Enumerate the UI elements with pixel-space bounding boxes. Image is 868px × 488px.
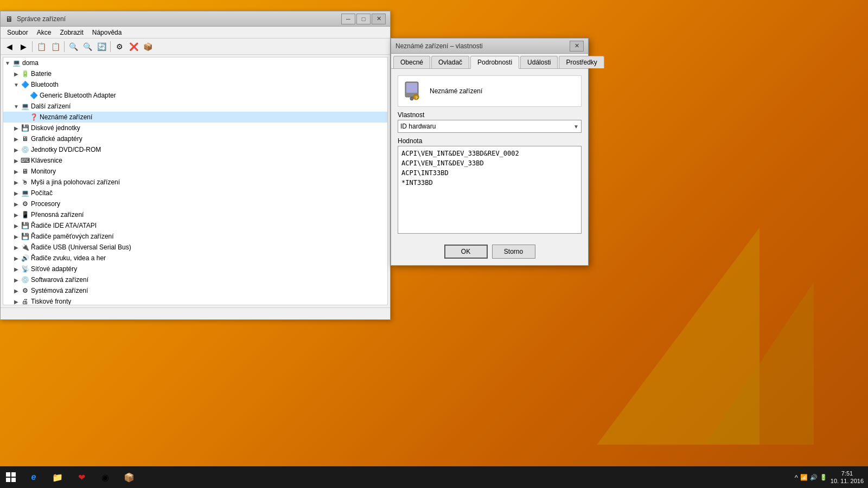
taskbar-app1[interactable]: ❤ — [69, 466, 93, 488]
baterie-icon: 🔋 — [21, 69, 29, 78]
systemova-icon: ⚙ — [21, 286, 29, 295]
diskove-label: Diskové jednotky — [31, 124, 80, 132]
tree-item-neznamy[interactable]: ❓ Neznámé zařízení — [3, 112, 387, 123]
prenosna-label: Přenosná zařízení — [31, 211, 84, 219]
toolbar-btn3[interactable]: 🔍 — [67, 40, 80, 53]
dalsi-icon: 💻 — [21, 102, 29, 111]
toolbar-forward[interactable]: ▶ — [17, 40, 30, 53]
tray-arrow-icon[interactable]: ^ — [795, 473, 798, 481]
device-tree[interactable]: ▼ 💻 doma ▶ 🔋 Baterie ▼ 🔷 Bluetooth — [3, 57, 388, 305]
tree-item-mysi[interactable]: ▶ 🖱 Myši a jiná polohovací zařízení — [3, 177, 387, 188]
procesory-label: Procesory — [31, 200, 60, 208]
menu-akce[interactable]: Akce — [33, 28, 56, 37]
start-button[interactable] — [0, 466, 22, 488]
tree-item-diskove[interactable]: ▶ 💾 Diskové jednotky — [3, 123, 387, 133]
tree-item-pameti[interactable]: ▶ 💾 Řadiče paměťových zařízení — [3, 231, 387, 242]
usb-expand: ▶ — [12, 243, 21, 252]
tree-item-pocitac[interactable]: ▶ 💻 Počítač — [3, 188, 387, 198]
ok-button[interactable]: OK — [444, 245, 488, 259]
systemova-label: Systémová zařízení — [31, 287, 88, 294]
softwarova-label: Softwarová zařízení — [31, 276, 88, 284]
procesory-icon: ⚙ — [21, 200, 29, 208]
klavesnice-icon: ⌨ — [21, 156, 29, 165]
value-box[interactable]: ACPI\VEN_INT&DEV_33BD&REV_0002 ACPI\VEN_… — [398, 146, 582, 234]
mysi-icon: 🖱 — [21, 178, 29, 187]
monitory-expand: ▶ — [12, 167, 21, 176]
toolbar-btn7[interactable]: ❌ — [127, 40, 140, 53]
systemova-expand: ▶ — [12, 286, 21, 295]
taskbar-ie[interactable]: e — [22, 466, 46, 488]
tree-item-ide[interactable]: ▶ 💾 Řadiče IDE ATA/ATAPI — [3, 220, 387, 231]
dialog-buttons: OK Storno — [391, 240, 588, 265]
devmgr-titlebar: 🖥 Správce zařízení ─ □ ✕ — [1, 11, 390, 27]
taskbar-right: ^ 📶 🔊 🔋 7:51 10. 11. 2016 — [790, 470, 868, 485]
devmgr-window-controls: ─ □ ✕ — [341, 14, 386, 24]
dialog-close-button[interactable]: ✕ — [570, 41, 584, 52]
toolbar-btn1[interactable]: 📋 — [35, 40, 48, 53]
graficke-icon: 🖥 — [21, 134, 29, 143]
tree-item-dvd[interactable]: ▶ 💿 Jednotky DVD/CD-ROM — [3, 144, 387, 155]
toolbar: ◀ ▶ 📋 📋 🔍 🔍 🔄 ⚙ ❌ 📦 — [1, 38, 390, 55]
tab-obecne[interactable]: Obecné — [393, 56, 430, 68]
taskbar-chrome[interactable]: ◉ — [93, 466, 117, 488]
tree-item-bluetooth[interactable]: ▼ 🔷 Bluetooth — [3, 79, 387, 90]
menu-napoveda[interactable]: Nápověda — [88, 28, 126, 37]
menu-zobrazit[interactable]: Zobrazit — [55, 28, 87, 37]
pameti-icon: 💾 — [21, 232, 29, 241]
taskbar-app2[interactable]: 📦 — [117, 466, 141, 488]
tab-prostredky[interactable]: Prostředky — [559, 56, 604, 68]
app2-icon: 📦 — [123, 471, 135, 483]
toolbar-btn6[interactable]: ⚙ — [113, 40, 126, 53]
toolbar-btn8[interactable]: 📦 — [141, 40, 154, 53]
tree-root[interactable]: ▼ 💻 doma — [3, 57, 387, 68]
chrome-icon: ◉ — [99, 471, 111, 483]
tree-item-sitove[interactable]: ▶ 📡 Síťové adaptéry — [3, 264, 387, 274]
tree-item-zvuk[interactable]: ▶ 🔊 Řadiče zvuku, videa a her — [3, 253, 387, 264]
tab-podrobnosti[interactable]: Podrobnosti — [470, 56, 519, 69]
properties-dialog: Neznámé zařízení – vlastnosti ✕ Obecné O… — [391, 38, 589, 266]
tree-item-baterie[interactable]: ▶ 🔋 Baterie — [3, 68, 387, 79]
tree-item-dalsi[interactable]: ▼ 💻 Další zařízení — [3, 101, 387, 112]
menu-bar: Soubor Akce Zobrazit Nápověda — [1, 27, 390, 38]
tree-item-monitory[interactable]: ▶ 🖥 Monitory — [3, 166, 387, 177]
minimize-button[interactable]: ─ — [341, 14, 355, 24]
dialog-body: ? Neznámé zařízení Vlastnost ID hardwaru… — [391, 69, 588, 240]
dialog-title-text: Neznámé zařízení – vlastnosti — [395, 42, 570, 50]
tree-item-procesory[interactable]: ▶ ⚙ Procesory — [3, 198, 387, 209]
cancel-button[interactable]: Storno — [492, 245, 535, 259]
taskbar-file-explorer[interactable]: 📁 — [46, 466, 69, 488]
tab-udalosti[interactable]: Události — [520, 56, 558, 68]
neznamy-label: Neznámé zařízení — [40, 113, 92, 121]
diskove-expand: ▶ — [12, 124, 21, 132]
taskbar-clock[interactable]: 7:51 10. 11. 2016 — [831, 470, 864, 485]
ide-expand: ▶ — [12, 221, 21, 230]
tree-item-prenosna[interactable]: ▶ 📱 Přenosná zařízení — [3, 209, 387, 220]
tree-item-systemova[interactable]: ▶ ⚙ Systémová zařízení — [3, 285, 387, 296]
toolbar-btn4[interactable]: 🔍 — [81, 40, 94, 53]
tree-item-klavesnice[interactable]: ▶ ⌨ Klávesnice — [3, 155, 387, 166]
value-line-4: *INT33BD — [401, 178, 578, 188]
tree-item-softwarova[interactable]: ▶ 💿 Softwarová zařízení — [3, 274, 387, 285]
maximize-button[interactable]: □ — [356, 14, 371, 24]
pameti-label: Řadiče paměťových zařízení — [31, 233, 114, 240]
tree-item-graficke[interactable]: ▶ 🖥 Grafické adaptéry — [3, 133, 387, 144]
value-section: Hodnota ACPI\VEN_INT&DEV_33BD&REV_0002 A… — [398, 137, 582, 234]
toolbar-btn2[interactable]: 📋 — [49, 40, 62, 53]
properties-tabs: Obecné Ovladač Podrobnosti Události Pros… — [391, 54, 588, 69]
dalsi-label: Další zařízení — [31, 102, 71, 110]
sitove-label: Síťové adaptéry — [31, 265, 77, 273]
root-icon: 💻 — [12, 59, 21, 67]
value-line-3: ACPI\INT33BD — [401, 168, 578, 178]
pocitac-icon: 💻 — [21, 189, 29, 197]
tree-item-tiskove[interactable]: ▶ 🖨 Tiskové fronty — [3, 296, 387, 305]
bluetooth-label: Bluetooth — [31, 81, 59, 88]
tab-ovladac[interactable]: Ovladač — [431, 56, 469, 68]
tree-item-generic-bt[interactable]: 🔷 Generic Bluetooth Adapter — [3, 90, 387, 101]
property-dropdown[interactable]: ID hardwaru ▼ — [398, 120, 582, 133]
close-button[interactable]: ✕ — [372, 14, 386, 24]
toolbar-back[interactable]: ◀ — [3, 40, 16, 53]
tree-item-usb[interactable]: ▶ 🔌 Řadiče USB (Universal Serial Bus) — [3, 242, 387, 253]
menu-soubor[interactable]: Soubor — [3, 28, 33, 37]
prenosna-icon: 📱 — [21, 210, 29, 219]
toolbar-btn5[interactable]: 🔄 — [95, 40, 108, 53]
